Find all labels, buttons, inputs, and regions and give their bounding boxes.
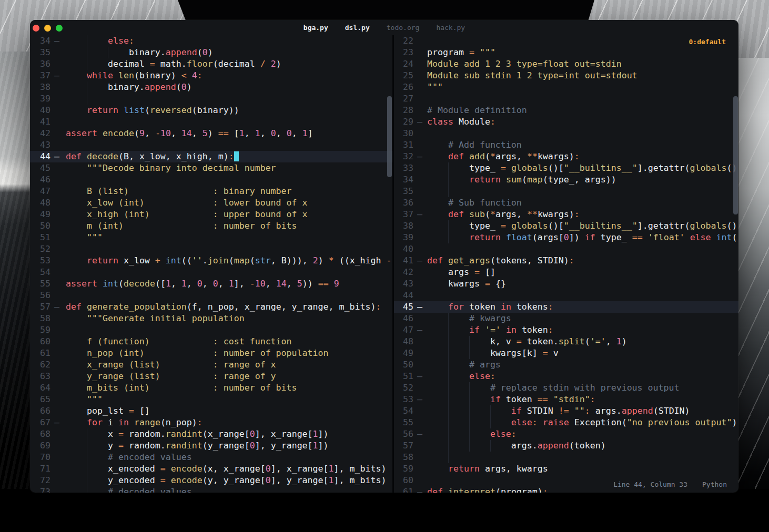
code-line[interactable]: 39	[30, 93, 392, 105]
code-pane-right[interactable]: 2223program = """24Module add 1 2 3 type…	[394, 35, 738, 493]
fold-marker[interactable]: –	[417, 301, 427, 313]
code-line[interactable]: 39 return float(args[0]) if type_ == 'fl…	[394, 232, 738, 243]
code-pane-left[interactable]: 34– else:35 binary.append(0)36 decimal =…	[30, 35, 392, 493]
code-line[interactable]: 59 return args, kwargs	[394, 463, 738, 475]
code-line[interactable]: 35	[394, 186, 738, 197]
code-line[interactable]: 47 B (list) : binary number	[30, 186, 392, 197]
code-line[interactable]: 60 f (function) : cost function	[30, 336, 392, 347]
code-line[interactable]: 53 return x_low + int((''.join(map(str, …	[30, 255, 392, 267]
code-line[interactable]: 69 y = random.randint(y_range[0], y_rang…	[30, 440, 392, 452]
code-line[interactable]: 44–def decode(B, x_low, x_high, m):	[30, 151, 392, 162]
code-line[interactable]: 45– for token in tokens:	[394, 301, 738, 313]
fold-marker[interactable]: –	[417, 428, 427, 440]
code-line[interactable]: 50 # args	[394, 359, 738, 371]
code-line[interactable]: 26"""	[394, 81, 738, 93]
code-line[interactable]: 58 """Generate initial population	[30, 313, 392, 324]
code-line[interactable]: 37– def sub(*args, **kwargs):	[394, 209, 738, 220]
code-line[interactable]: 41	[30, 116, 392, 128]
fold-marker[interactable]: –	[417, 116, 427, 128]
code-line[interactable]: 38 type_ = globals()["__builtins__"].get…	[394, 220, 738, 232]
code-line[interactable]: 45 """Decode binary into decimal number	[30, 162, 392, 174]
code-line[interactable]: 54 if STDIN != "": args.append(STDIN)	[394, 405, 738, 417]
code-line[interactable]: 51 """	[30, 232, 392, 243]
code-line[interactable]: 47– if '=' in token:	[394, 324, 738, 336]
code-line[interactable]: 53– if token == "stdin":	[394, 394, 738, 405]
code-line[interactable]: 42assert encode(9, -10, 14, 5) == [1, 1,…	[30, 128, 392, 139]
code-line[interactable]: 38 binary.append(0)	[30, 81, 392, 93]
code-line[interactable]: 46 # kwargs	[394, 313, 738, 324]
code-line[interactable]: 34 return sum(map(type_, args))	[394, 174, 738, 186]
code-line[interactable]: 70 # encoded values	[30, 452, 392, 463]
fold-marker[interactable]: –	[417, 255, 427, 267]
code-line[interactable]: 64 m_bits (int) : number of bits	[30, 382, 392, 394]
code-line[interactable]: 56– else:	[394, 428, 738, 440]
tab-todo-org[interactable]: todo.org	[387, 24, 420, 32]
code-line[interactable]: 37– while len(binary) < 4:	[30, 70, 392, 81]
code-line[interactable]: 68 x = random.randint(x_range[0], x_rang…	[30, 428, 392, 440]
code-line[interactable]: 49 kwargs[k] = v	[394, 347, 738, 359]
code-line[interactable]: 48 x_low (int) : lower bound of x	[30, 197, 392, 209]
code-line[interactable]: 63 y_range (list) : range of y	[30, 371, 392, 382]
code-line[interactable]: 36 decimal = math.floor(decimal / 2)	[30, 58, 392, 70]
code-line[interactable]: 50 m (int) : number of bits	[30, 220, 392, 232]
code-line[interactable]: 32– def add(*args, **kwargs):	[394, 151, 738, 162]
code-line[interactable]: 40 return list(reversed(binary))	[30, 105, 392, 116]
fold-marker[interactable]: –	[54, 151, 65, 162]
code-line[interactable]: 23program = """	[394, 47, 738, 58]
code-line[interactable]: 42 args = []	[394, 267, 738, 278]
code-line[interactable]: 44	[394, 290, 738, 301]
fold-marker[interactable]: –	[54, 301, 65, 313]
code-line[interactable]: 43 kwargs = {}	[394, 278, 738, 290]
fold-marker[interactable]: –	[417, 151, 427, 162]
code-line[interactable]: 55 else: raise Exception("no previous ou…	[394, 417, 738, 428]
fold-marker[interactable]: –	[54, 35, 65, 47]
code-line[interactable]: 30	[394, 128, 738, 139]
code-line[interactable]: 61 n_pop (int) : number of population	[30, 347, 392, 359]
code-line[interactable]: 59	[30, 324, 392, 336]
code-line[interactable]: 73 # decoded values	[30, 486, 392, 493]
code-line[interactable]: 71 x_encoded = encode(x, x_range[0], x_r…	[30, 463, 392, 475]
tab-hack-py[interactable]: hack.py	[436, 24, 465, 32]
code-line[interactable]: 22	[394, 35, 738, 47]
code-line[interactable]: 25Module sub stdin 1 2 type=int out=stdo…	[394, 70, 738, 81]
code-line[interactable]: 65 """	[30, 394, 392, 405]
code-line[interactable]: 52 # replace stdin with previous output	[394, 382, 738, 394]
code-line[interactable]: 46	[30, 174, 392, 186]
code-line[interactable]: 28# Module definition	[394, 105, 738, 116]
code-line[interactable]: 67– for i in range(n_pop):	[30, 417, 392, 428]
code-line[interactable]: 40	[394, 243, 738, 255]
tab-bga-py[interactable]: bga.py	[303, 24, 328, 32]
right-scrollbar-thumb[interactable]	[733, 96, 738, 214]
left-scrollbar-thumb[interactable]	[387, 96, 392, 177]
code-line[interactable]: 29–class Module:	[394, 116, 738, 128]
code-line[interactable]: 58	[394, 452, 738, 463]
fold-marker[interactable]: –	[417, 209, 427, 220]
code-line[interactable]: 66 pop_lst = []	[30, 405, 392, 417]
fold-marker[interactable]: –	[417, 324, 427, 336]
code-line[interactable]: 31 # Add function	[394, 139, 738, 151]
code-line[interactable]: 56	[30, 290, 392, 301]
code-line[interactable]: 43	[30, 139, 392, 151]
code-line[interactable]: 72 y_encoded = encode(y, y_range[0], y_r…	[30, 475, 392, 486]
code-line[interactable]: 36 # Sub function	[394, 197, 738, 209]
code-line[interactable]: 54	[30, 267, 392, 278]
code-line[interactable]: 57–def generate_population(f, n_pop, x_r…	[30, 301, 392, 313]
fold-marker[interactable]: –	[417, 394, 427, 405]
code-line[interactable]: 62 x_range (list) : range of x	[30, 359, 392, 371]
code-line[interactable]: 34– else:	[30, 35, 392, 47]
code-line[interactable]: 57 args.append(token)	[394, 440, 738, 452]
code-line[interactable]: 27	[394, 93, 738, 105]
fold-marker[interactable]: –	[54, 417, 65, 428]
fold-marker[interactable]: –	[54, 70, 65, 81]
code-line[interactable]: 55assert int(decode([1, 1, 0, 0, 1], -10…	[30, 278, 392, 290]
code-line[interactable]: 33 type_ = globals()["__builtins__"].get…	[394, 162, 738, 174]
code-line[interactable]: 49 x_high (int) : upper bound of x	[30, 209, 392, 220]
fold-marker[interactable]: –	[417, 486, 427, 493]
code-line[interactable]: 35 binary.append(0)	[30, 47, 392, 58]
code-line[interactable]: 48 k, v = token.split('=', 1)	[394, 336, 738, 347]
code-line[interactable]: 41–def get_args(tokens, STDIN):	[394, 255, 738, 267]
fold-marker[interactable]: –	[417, 371, 427, 382]
tab-dsl-py[interactable]: dsl.py	[345, 24, 370, 32]
code-line[interactable]: 52	[30, 243, 392, 255]
code-line[interactable]: 51– else:	[394, 371, 738, 382]
